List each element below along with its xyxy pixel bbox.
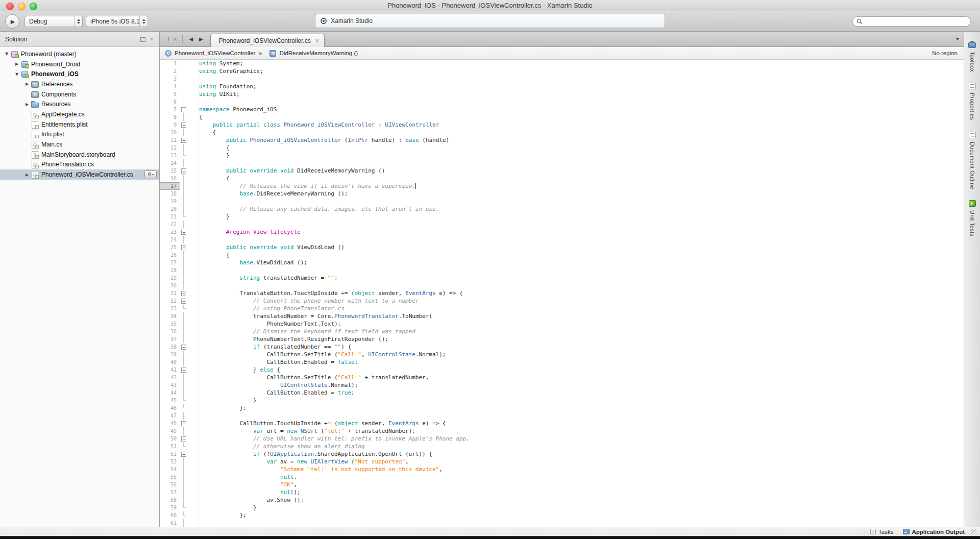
fold-toggle-icon[interactable]: [180, 420, 199, 427]
code-line-60[interactable]: 60 };: [160, 511, 964, 519]
code-line-24[interactable]: 24: [160, 236, 964, 243]
code-line-19[interactable]: 19: [160, 198, 964, 205]
close-document-button[interactable]: ×: [173, 36, 177, 42]
code-line-47[interactable]: 47: [160, 412, 964, 420]
pin-tab-button[interactable]: [164, 37, 169, 41]
expander-open-icon[interactable]: ▼: [3, 52, 10, 56]
expander-closed-icon[interactable]: ▶: [23, 102, 31, 107]
code-line-21[interactable]: 21 }: [160, 213, 964, 220]
code-line-17[interactable]: 17 // Releases the view if it doesn't ha…: [160, 182, 964, 190]
item-options-button[interactable]: ⚙▾: [144, 170, 157, 178]
dock-tab-document-outline[interactable]: Document Outline: [964, 132, 980, 189]
code-line-49[interactable]: 49 var url = new NSUrl ("tel:" + transla…: [160, 427, 964, 435]
tree-item-info-plist[interactable]: Info.plist: [0, 130, 159, 140]
expander-closed-icon[interactable]: ▶: [23, 173, 31, 177]
code-line-14[interactable]: 14: [160, 159, 964, 167]
breadcrumb-class[interactable]: Phoneword_iOSViewController: [175, 50, 255, 56]
code-line-46[interactable]: 46 };: [160, 404, 964, 412]
code-line-25[interactable]: 25 public override void ViewDidLoad (): [160, 243, 964, 251]
code-line-56[interactable]: 56 "OK",: [160, 481, 964, 488]
code-line-6[interactable]: 6: [160, 98, 964, 106]
code-line-22[interactable]: 22: [160, 220, 964, 228]
code-line-28[interactable]: 28: [160, 266, 964, 274]
code-line-51[interactable]: 51 // otherwise show an alert dialog: [160, 443, 964, 450]
fold-toggle-icon[interactable]: [180, 435, 199, 443]
code-line-15[interactable]: 15 public override void DidReceiveMemory…: [160, 167, 964, 175]
resize-grip[interactable]: [971, 529, 977, 535]
tree-item-mainstoryboard-storyboard[interactable]: MainStoryboard.storyboard: [0, 150, 159, 160]
navigate-back-button[interactable]: ◀: [189, 36, 193, 42]
code-line-43[interactable]: 43 UIControlState.Normal);: [160, 381, 964, 389]
minimize-window-button[interactable]: [18, 3, 26, 10]
fold-toggle-icon[interactable]: [180, 136, 199, 144]
code-line-45[interactable]: 45 }: [160, 397, 964, 404]
code-line-31[interactable]: 31 TranslateButton.TouchUpInside += (obj…: [160, 289, 964, 297]
code-line-32[interactable]: 32 // Convert the phone number with text…: [160, 297, 964, 305]
code-line-33[interactable]: 33 // using PhoneTranslator.cs: [160, 305, 964, 312]
tree-item-phoneword-ios[interactable]: ▼Phoneword_iOS: [0, 69, 159, 79]
code-line-3[interactable]: 3: [160, 75, 964, 83]
tree-item-phoneword-iosviewcontroller-cs[interactable]: ▶Phoneword_iOSViewController.cs⚙▾: [0, 169, 159, 180]
code-line-26[interactable]: 26 {: [160, 251, 964, 259]
code-line-10[interactable]: 10 {: [160, 129, 964, 136]
search-input[interactable]: [865, 17, 967, 26]
code-line-5[interactable]: 5using UIKit;: [160, 90, 964, 98]
expander-open-icon[interactable]: ▼: [13, 72, 20, 77]
breadcrumb-member[interactable]: DidReceiveMemoryWarning (): [279, 50, 358, 56]
tree-item-phoneword-droid[interactable]: ▶Phoneword_Droid: [0, 59, 159, 69]
code-line-41[interactable]: 41 } else {: [160, 366, 964, 374]
code-line-29[interactable]: 29 string translatedNumber = "";: [160, 274, 964, 282]
dock-tab-toolbox[interactable]: Toolbox: [964, 41, 980, 72]
expander-closed-icon[interactable]: ▶: [23, 82, 31, 86]
region-selector[interactable]: No region: [932, 50, 958, 56]
tree-item-main-cs[interactable]: Main.cs: [0, 139, 159, 150]
pad-dock-button[interactable]: [140, 37, 145, 42]
code-line-53[interactable]: 53 var av = new UIAlertView ("Not suppor…: [160, 458, 964, 465]
pad-close-button[interactable]: ×: [150, 36, 153, 42]
code-line-18[interactable]: 18 base.DidReceiveMemoryWarning ();: [160, 190, 964, 198]
code-line-55[interactable]: 55 null,: [160, 473, 964, 481]
fold-toggle-icon[interactable]: [180, 450, 199, 458]
configuration-select[interactable]: Debug: [24, 16, 83, 27]
device-select[interactable]: iPhone 5s iOS 8.1: [86, 16, 148, 27]
code-line-44[interactable]: 44 CallButton.Enabled = true;: [160, 389, 964, 397]
fold-toggle-icon[interactable]: [180, 121, 199, 129]
code-line-7[interactable]: 7namespace Phoneword_iOS: [160, 106, 964, 113]
dock-tab-properties[interactable]: Properties: [964, 83, 980, 120]
code-line-58[interactable]: 58 av.Show ();: [160, 496, 964, 504]
fold-toggle-icon[interactable]: [180, 343, 199, 351]
code-line-52[interactable]: 52 if (!UIApplication.SharedApplication.…: [160, 450, 964, 458]
expander-closed-icon[interactable]: ▶: [13, 62, 20, 66]
code-line-20[interactable]: 20 // Release any cached data, images, e…: [160, 205, 964, 213]
code-line-37[interactable]: 37 PhoneNumberText.ResignFirstResponder …: [160, 335, 964, 343]
tab-close-icon[interactable]: ×: [315, 38, 319, 44]
code-line-61[interactable]: 61: [160, 519, 964, 527]
close-window-button[interactable]: [6, 3, 14, 10]
code-line-38[interactable]: 38 if (translatedNumber == "") {: [160, 343, 964, 351]
zoom-window-button[interactable]: [30, 3, 37, 10]
tab-overflow-menu-icon[interactable]: [955, 38, 960, 40]
code-line-2[interactable]: 2using CoreGraphics;: [160, 67, 964, 75]
fold-toggle-icon[interactable]: [180, 297, 199, 305]
fold-toggle-icon[interactable]: [180, 289, 199, 297]
code-line-34[interactable]: 34 translatedNumber = Core.PhonewordTran…: [160, 312, 964, 320]
fold-toggle-icon[interactable]: [180, 228, 199, 236]
code-line-23[interactable]: 23 #region View lifecycle: [160, 228, 964, 236]
code-line-4[interactable]: 4using Foundation;: [160, 83, 964, 90]
code-area[interactable]: 1using System;2using CoreGraphics;34usin…: [160, 60, 964, 527]
code-line-30[interactable]: 30: [160, 282, 964, 289]
code-line-50[interactable]: 50 // Use URL handler with tel: prefix t…: [160, 435, 964, 443]
code-line-39[interactable]: 39 CallButton.SetTitle ("Call ", UIContr…: [160, 351, 964, 358]
global-search[interactable]: [852, 16, 971, 27]
code-line-9[interactable]: 9 public partial class Phoneword_iOSView…: [160, 121, 964, 129]
tree-item-entitlements-plist[interactable]: Entitlements.plist: [0, 119, 159, 130]
code-line-35[interactable]: 35 PhoneNumberText.Text);: [160, 320, 964, 328]
code-line-13[interactable]: 13 }: [160, 152, 964, 159]
tree-item-resources[interactable]: ▶Resources: [0, 99, 159, 109]
dock-tab-unit-tests[interactable]: Unit Tests: [964, 200, 980, 236]
tasks-pad-toggle[interactable]: Tasks: [878, 529, 893, 535]
run-button[interactable]: ▶: [5, 14, 19, 29]
tree-item-references[interactable]: ▶References: [0, 79, 159, 89]
tree-item-appdelegate-cs[interactable]: AppDelegate.cs: [0, 109, 159, 119]
code-line-16[interactable]: 16 {: [160, 175, 964, 182]
